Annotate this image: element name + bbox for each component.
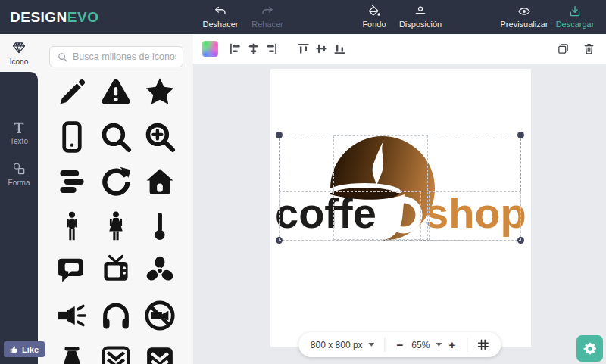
undo-label: Deshacer <box>202 20 238 29</box>
chat-bubble-icon[interactable] <box>55 254 89 288</box>
selection-sub-box-coffe[interactable] <box>279 191 421 241</box>
zoom-level-dropdown[interactable]: 65% <box>411 340 442 350</box>
facebook-like-button[interactable]: Like <box>4 341 45 357</box>
align-right-icon[interactable] <box>265 42 278 55</box>
download-icon <box>568 5 582 18</box>
canvas-toolbar <box>193 34 606 64</box>
zoom-in-button[interactable]: + <box>447 338 457 351</box>
no-video-icon[interactable] <box>143 299 176 332</box>
zoom-level-value: 65% <box>411 340 430 350</box>
align-middle-vertical-icon[interactable] <box>315 42 328 55</box>
icon-panel <box>38 34 193 364</box>
redo-label: Rehacer <box>251 20 283 29</box>
mail-chevron-filled-icon[interactable] <box>143 344 176 364</box>
zoom-out-button[interactable]: − <box>395 338 405 351</box>
color-swatch[interactable] <box>202 41 218 57</box>
preview-label: Previsualizar <box>501 20 548 29</box>
magnifier-icon[interactable] <box>99 120 133 154</box>
redo-icon <box>261 5 274 18</box>
sidebar-tab-texto[interactable]: Texto <box>0 114 38 151</box>
align-bottom-icon[interactable] <box>333 42 346 55</box>
pin-icon[interactable] <box>55 344 89 364</box>
caret-down-icon <box>436 343 442 347</box>
selection-handle-top-right[interactable] <box>517 132 524 138</box>
refresh-icon[interactable] <box>99 165 133 198</box>
settings-button[interactable] <box>576 335 603 362</box>
sidebar-tab-label: Icono <box>10 58 28 66</box>
woman-icon[interactable] <box>99 210 133 243</box>
man-icon[interactable] <box>55 210 89 243</box>
text-icon <box>11 120 27 135</box>
download-button[interactable]: Descargar <box>553 5 597 29</box>
sidebar-tab-icono[interactable]: Icono <box>0 34 38 72</box>
align-center-horizontal-icon[interactable] <box>247 42 260 55</box>
brand-logo[interactable]: DESIGNEVO <box>10 9 98 26</box>
layout-label: Disposición <box>399 20 442 29</box>
sidebar-tab-forma[interactable]: Forma <box>0 155 38 193</box>
toolbar-right-group <box>557 42 595 55</box>
fan-icon[interactable] <box>143 254 176 288</box>
search-icon <box>57 51 68 63</box>
delete-icon[interactable] <box>583 42 595 55</box>
mail-chevron-outline-icon[interactable] <box>99 344 133 364</box>
smartphone-icon[interactable] <box>55 120 89 154</box>
background-label: Fondo <box>362 20 386 29</box>
icon-grid <box>38 76 193 364</box>
headphones-icon[interactable] <box>99 299 133 332</box>
list-icon[interactable] <box>55 165 89 198</box>
thermometer-icon[interactable] <box>143 210 176 243</box>
diamond-icon <box>11 40 27 55</box>
background-button[interactable]: Fondo <box>355 5 394 29</box>
sidebar-tab-label: Forma <box>8 179 30 187</box>
redo-button[interactable]: Rehacer <box>245 5 289 29</box>
magnifier-plus-icon[interactable] <box>143 120 176 154</box>
canvas-status-bar: 800 x 800 px − 65% + <box>298 332 501 357</box>
eye-icon <box>517 5 531 18</box>
selection-sub-box-shop[interactable] <box>429 191 521 241</box>
selection-handle-top-left[interactable] <box>276 132 283 138</box>
download-label: Descargar <box>556 20 595 29</box>
topbar: DESIGNEVO Deshacer Rehacer Fondo Disposi… <box>0 0 606 34</box>
warning-triangle-icon[interactable] <box>99 76 133 109</box>
status-divider <box>467 338 467 352</box>
undo-button[interactable]: Deshacer <box>198 5 242 29</box>
layout-icon <box>414 5 427 18</box>
duplicate-icon[interactable] <box>557 42 570 55</box>
sidebar-tab-label: Texto <box>10 137 28 145</box>
canvas-area[interactable]: coffe shop 800 x 800 px − 65% + <box>193 64 606 364</box>
star-icon[interactable] <box>143 76 176 109</box>
like-label: Like <box>22 345 39 354</box>
pen-icon[interactable] <box>55 76 89 109</box>
preview-button[interactable]: Previsualizar <box>498 5 550 29</box>
grid-toggle-icon[interactable] <box>477 339 489 350</box>
paint-bucket-icon <box>367 5 381 18</box>
canvas-size-value: 800 x 800 px <box>311 340 363 350</box>
icon-search-input[interactable] <box>73 51 176 62</box>
flashlight-icon[interactable] <box>55 299 89 332</box>
gear-icon <box>583 341 598 356</box>
caret-down-icon <box>369 343 375 347</box>
brand-evo: EVO <box>67 9 99 25</box>
undo-icon <box>214 5 227 18</box>
layout-button[interactable]: Disposición <box>395 5 445 29</box>
align-left-icon[interactable] <box>229 42 242 55</box>
sidebar-rail-background: Texto Forma <box>0 72 38 364</box>
home-icon[interactable] <box>143 165 176 198</box>
thumb-up-icon <box>10 345 18 353</box>
shapes-icon <box>11 161 27 176</box>
icon-search-box[interactable] <box>49 46 183 67</box>
status-divider <box>385 338 386 352</box>
canvas-size-dropdown[interactable]: 800 x 800 px <box>311 340 375 350</box>
brand-design: DESIGN <box>10 9 67 25</box>
align-top-icon[interactable] <box>297 42 310 55</box>
tv-icon[interactable] <box>99 254 133 288</box>
sidebar-rail: Texto Forma Icono <box>0 34 38 364</box>
